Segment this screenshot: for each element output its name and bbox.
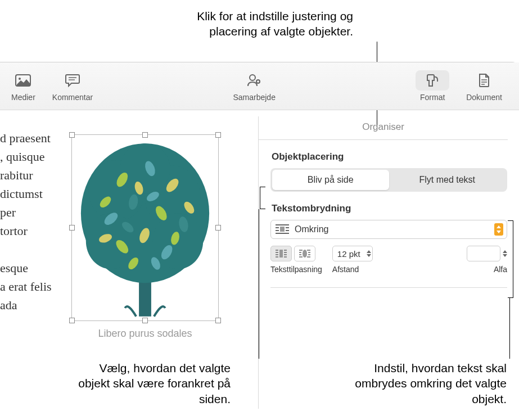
svg-point-15 — [120, 143, 170, 193]
toolbar-label: Dokument — [466, 93, 502, 102]
callout-line-bl — [259, 209, 259, 359]
segment-move-with-text[interactable]: Flyt med tekst — [389, 170, 506, 190]
resize-handle[interactable] — [215, 318, 221, 323]
toolbar-format[interactable]: Format — [416, 70, 449, 102]
document-icon — [478, 70, 490, 91]
alpha-group: Alfa — [467, 246, 507, 274]
toolbar-dokument[interactable]: Dokument — [466, 70, 502, 102]
stepper-up-icon[interactable] — [367, 250, 371, 253]
resize-handle[interactable] — [69, 318, 75, 323]
toolbar: Medier Kommentar Samarbejde Format — [0, 62, 519, 110]
format-icon — [416, 70, 449, 91]
callout-bracket-right — [508, 220, 513, 298]
spacing-value: 12 pkt — [337, 249, 364, 259]
svg-point-61 — [303, 250, 307, 258]
callout-top: Klik for at indstille justering og place… — [157, 8, 353, 39]
resize-handle[interactable] — [215, 132, 221, 138]
toolbar-label: Medier — [11, 93, 35, 102]
format-sidebar: Objektplacering Bliv på side Flyt med te… — [267, 141, 511, 288]
text-fit-group: Teksttilpasning — [270, 246, 322, 274]
toolbar-medier[interactable]: Medier — [11, 70, 35, 102]
svg-rect-43 — [280, 227, 285, 232]
stepper-down-icon[interactable] — [503, 254, 507, 257]
control-label: Afstand — [332, 265, 373, 274]
wrap-mode-label: Omkring — [295, 224, 494, 234]
callout-bottom-left: Vælg, hvordan det valgte objekt skal vær… — [67, 360, 231, 407]
resize-handle[interactable] — [215, 225, 221, 231]
toolbar-label: Kommentar — [52, 93, 93, 102]
placement-segmented: Bliv på side Flyt med tekst — [270, 168, 507, 192]
section-divider — [270, 287, 507, 288]
image-icon — [15, 70, 31, 91]
segment-stay-on-page[interactable]: Bliv på side — [272, 170, 389, 190]
resize-handle[interactable] — [142, 132, 148, 138]
comment-icon — [65, 70, 80, 91]
fit-contour-button[interactable] — [294, 246, 315, 261]
dropdown-arrows-icon — [494, 223, 503, 236]
alpha-field[interactable] — [467, 246, 500, 261]
svg-point-4 — [250, 75, 255, 80]
callout-bracket-left — [260, 187, 265, 209]
stepper-down-icon[interactable] — [367, 254, 371, 257]
callout-bottom-right: Indstil, hvordan tekst skal ombrydes omk… — [344, 360, 507, 407]
resize-handle[interactable] — [69, 225, 75, 231]
selected-image[interactable] — [71, 134, 219, 321]
wrap-mode-select[interactable]: Omkring — [270, 220, 507, 239]
document-text: d praesent , quisque rabitur dictumst pe… — [0, 129, 52, 314]
svg-point-1 — [19, 78, 21, 80]
resize-handle[interactable] — [69, 132, 75, 138]
svg-rect-52 — [279, 250, 283, 258]
spacing-stepper[interactable]: 12 pkt — [332, 246, 373, 261]
collaborate-icon — [246, 70, 262, 91]
toolbar-label: Samarbejde — [233, 93, 276, 102]
spacing-group: 12 pkt Afstand — [332, 246, 373, 274]
callout-line-br — [509, 298, 510, 359]
image-caption[interactable]: Libero purus sodales — [71, 328, 219, 340]
fit-rectangular-button[interactable] — [270, 246, 292, 261]
wrap-around-icon — [274, 223, 290, 236]
toolbar-kommentar[interactable]: Kommentar — [52, 70, 93, 102]
stepper-up-icon[interactable] — [503, 250, 507, 253]
app-window: Medier Kommentar Samarbejde Format — [0, 62, 519, 110]
control-label: Teksttilpasning — [270, 265, 322, 274]
section-title-wrap: Tekstombrydning — [267, 203, 511, 214]
section-title-placement: Objektplacering — [267, 151, 511, 162]
resize-handle[interactable] — [142, 318, 148, 323]
tab-organiser[interactable]: Organiser — [259, 116, 508, 140]
toolbar-samarbejde[interactable]: Samarbejde — [233, 70, 276, 102]
toolbar-label: Format — [420, 93, 445, 102]
control-label: Alfa — [467, 265, 507, 274]
